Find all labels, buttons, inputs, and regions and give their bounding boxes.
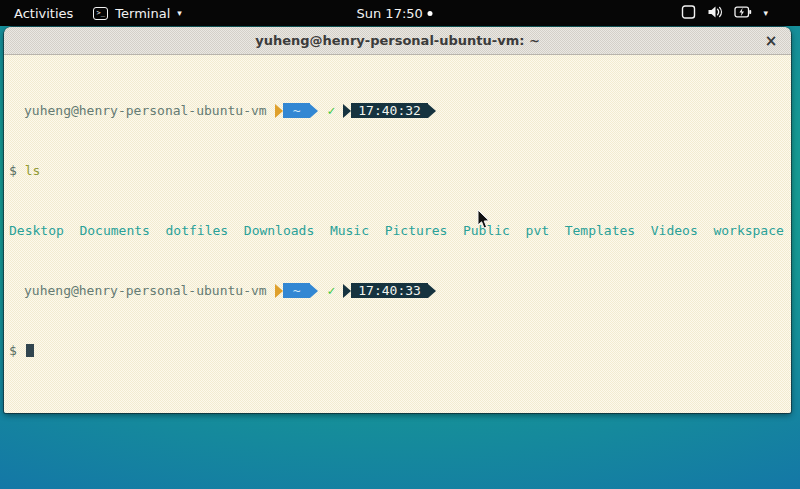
powerline-arrow-icon xyxy=(275,284,283,298)
prompt-time-segment: 17:40:32 xyxy=(351,103,428,118)
chevron-down-icon: ▾ xyxy=(763,9,768,18)
prompt-user-host: yuheng@henry-personal-ubuntu-vm xyxy=(9,283,267,298)
prompt-symbol: $ xyxy=(9,163,17,178)
notification-dot-icon xyxy=(428,11,433,16)
prompt-symbol: $ xyxy=(9,343,17,358)
window-title: yuheng@henry-personal-ubuntu-vm: ~ xyxy=(255,33,540,48)
terminal-app-icon: >_ xyxy=(93,7,108,20)
terminal-window: yuheng@henry-personal-ubuntu-vm: ~ × yuh… xyxy=(4,27,791,413)
spacer xyxy=(17,343,25,358)
powerline-arrow-icon xyxy=(428,284,436,298)
volume-icon xyxy=(707,5,723,22)
status-check-icon: ✓ xyxy=(327,103,335,118)
prompt-line-2: yuheng@henry-personal-ubuntu-vm ~ ✓ 17:4… xyxy=(9,283,791,298)
prompt-line-1: yuheng@henry-personal-ubuntu-vm ~ ✓ 17:4… xyxy=(9,103,791,118)
ls-output-line: Desktop Documents dotfiles Downloads Mus… xyxy=(9,223,791,238)
display-icon xyxy=(681,5,696,22)
command-line-1: $ ls xyxy=(9,163,791,178)
top-bar-left: Activities >_ Terminal ▾ xyxy=(0,6,182,21)
powerline-arrow-icon xyxy=(343,284,351,298)
system-status-menu[interactable]: ▾ xyxy=(681,0,800,26)
clock-label: Sun 17:50 xyxy=(356,6,422,21)
prompt-user-host: yuheng@henry-personal-ubuntu-vm xyxy=(9,103,267,118)
typed-command: ls xyxy=(25,163,41,178)
terminal-cursor xyxy=(26,344,34,357)
powerline-arrow-icon xyxy=(428,104,436,118)
clock-menu[interactable]: Sun 17:50 xyxy=(356,0,432,26)
terminal-content[interactable]: yuheng@henry-personal-ubuntu-vm ~ ✓ 17:4… xyxy=(4,55,791,413)
powerline-arrow-icon xyxy=(310,104,318,118)
top-bar: Activities >_ Terminal ▾ Sun 17:50 ▾ xyxy=(0,0,800,26)
status-check-icon: ✓ xyxy=(327,283,335,298)
battery-charging-icon xyxy=(734,6,752,21)
activities-button[interactable]: Activities xyxy=(10,6,77,21)
powerline-arrow-icon xyxy=(343,104,351,118)
prompt-path-segment: ~ xyxy=(283,103,311,118)
close-icon[interactable]: × xyxy=(761,31,781,51)
command-line-2: $ xyxy=(9,343,791,358)
prompt-path-segment: ~ xyxy=(283,283,311,298)
spacer xyxy=(17,163,25,178)
app-menu[interactable]: >_ Terminal ▾ xyxy=(93,6,181,21)
app-menu-label: Terminal xyxy=(115,6,170,21)
chevron-down-icon: ▾ xyxy=(177,9,182,18)
prompt-time-segment: 17:40:33 xyxy=(351,283,428,298)
window-titlebar[interactable]: yuheng@henry-personal-ubuntu-vm: ~ × xyxy=(4,27,791,55)
powerline-arrow-icon xyxy=(275,104,283,118)
powerline-arrow-icon xyxy=(310,284,318,298)
